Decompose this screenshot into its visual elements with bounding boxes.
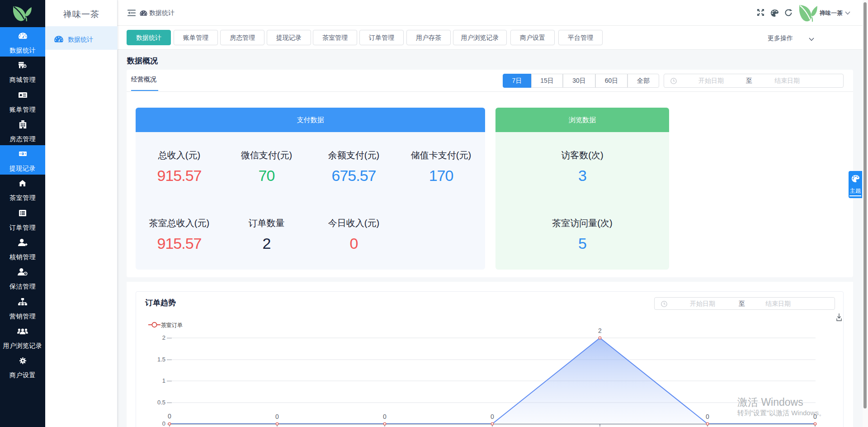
svg-text:0: 0 bbox=[383, 413, 387, 420]
svg-text:0.5: 0.5 bbox=[157, 399, 165, 406]
svg-text:0: 0 bbox=[162, 420, 165, 427]
svg-text:1: 1 bbox=[162, 377, 165, 384]
svg-text:0: 0 bbox=[491, 413, 494, 420]
svg-text:1.5: 1.5 bbox=[157, 356, 165, 363]
svg-text:0: 0 bbox=[168, 413, 171, 420]
svg-text:0: 0 bbox=[706, 413, 709, 420]
svg-text:2: 2 bbox=[598, 327, 602, 334]
svg-text:2: 2 bbox=[162, 334, 165, 341]
svg-text:0: 0 bbox=[275, 413, 279, 420]
